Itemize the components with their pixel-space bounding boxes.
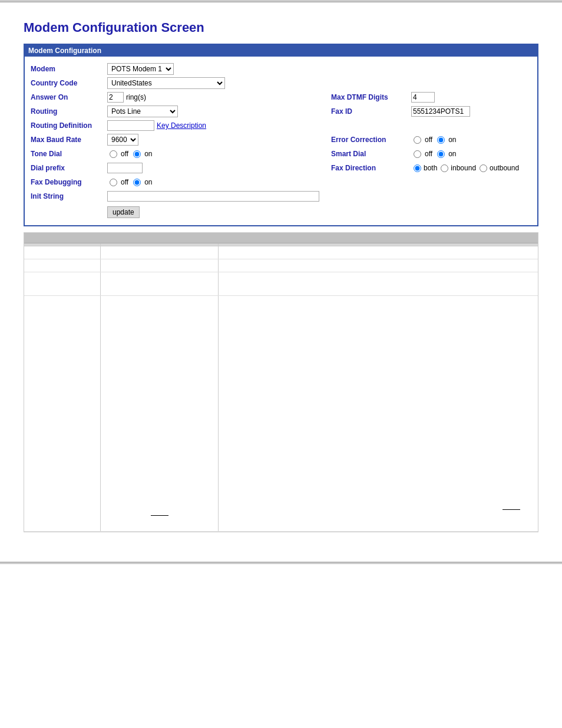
- baud-rate-row: Max Baud Rate 9600 Error Correction off …: [31, 133, 531, 146]
- fax-direction-label: Fax Direction: [331, 164, 408, 172]
- fax-debug-label: Fax Debugging: [31, 178, 107, 186]
- fax-direction-both-radio[interactable]: [414, 164, 421, 172]
- smart-dial-control: off on: [411, 150, 531, 158]
- row1-col-c: [219, 246, 538, 259]
- bottom-table-header: [24, 233, 538, 243]
- tone-dial-on-radio[interactable]: [133, 150, 141, 158]
- row4-col-b: [101, 296, 219, 531]
- key-description-link[interactable]: Key Description: [157, 121, 206, 130]
- modem-control: POTS Modem 1: [107, 63, 531, 75]
- max-dtmf-right: Max DTMF Digits: [331, 92, 531, 103]
- max-dtmf-input[interactable]: [411, 92, 435, 103]
- row3-col-a: [24, 272, 101, 295]
- routing-control: Pots Line: [107, 106, 331, 117]
- error-correction-right: Error Correction off on: [331, 136, 531, 144]
- modem-config-box: Modem Configuration Modem POTS Modem 1 C…: [24, 44, 538, 226]
- row2-col-c: [219, 259, 538, 272]
- fax-direction-inbound-radio[interactable]: [441, 164, 448, 172]
- fax-direction-outbound-radio[interactable]: [480, 164, 487, 172]
- smart-dial-off-label: off: [425, 150, 432, 158]
- country-code-label: Country Code: [31, 79, 107, 87]
- fax-debug-row: Fax Debugging off on: [31, 176, 531, 189]
- row2-col-a: [24, 259, 101, 272]
- dial-prefix-input[interactable]: [107, 163, 143, 173]
- init-string-row: Init String: [31, 190, 531, 203]
- fax-debug-off-label: off: [121, 178, 128, 186]
- fax-direction-inbound-label: inbound: [451, 164, 476, 172]
- error-correction-off-label: off: [425, 136, 432, 144]
- row1-col-a: [24, 246, 101, 259]
- update-button[interactable]: update: [107, 206, 140, 218]
- smart-dial-label: Smart Dial: [331, 150, 408, 158]
- error-correction-label: Error Correction: [331, 136, 408, 144]
- row4-col-a: [24, 296, 101, 531]
- answer-on-input[interactable]: [107, 92, 124, 103]
- col-c-header: [219, 243, 538, 246]
- table-row-tall: [24, 296, 538, 532]
- baud-rate-label: Max Baud Rate: [31, 136, 107, 144]
- bottom-line-c: [503, 509, 520, 510]
- modem-label: Modem: [31, 65, 107, 73]
- tone-dial-row: Tone Dial off on Smart Dial off on: [31, 147, 531, 160]
- modem-row: Modem POTS Modem 1: [31, 62, 531, 75]
- tone-dial-on-label: on: [144, 150, 152, 158]
- dial-prefix-label: Dial prefix: [31, 164, 107, 172]
- init-string-label: Init String: [31, 192, 107, 200]
- fax-debug-on-radio[interactable]: [133, 179, 141, 186]
- row3-col-c: [219, 272, 538, 295]
- init-string-input[interactable]: [107, 191, 319, 202]
- tone-dial-off-label: off: [121, 150, 128, 158]
- table-row: [24, 272, 538, 296]
- smart-dial-on-radio[interactable]: [437, 150, 445, 158]
- update-row: update: [31, 204, 531, 218]
- error-correction-on-label: on: [448, 136, 456, 144]
- tone-dial-label: Tone Dial: [31, 150, 107, 158]
- modem-select[interactable]: POTS Modem 1: [107, 63, 174, 75]
- bottom-border: [0, 562, 562, 564]
- table-row: [24, 246, 538, 259]
- answer-on-label: Answer On: [31, 93, 107, 101]
- error-correction-off-radio[interactable]: [414, 136, 421, 144]
- error-correction-on-radio[interactable]: [437, 136, 445, 144]
- init-string-control: [107, 191, 531, 202]
- error-correction-control: off on: [411, 136, 531, 144]
- answer-on-row: Answer On ring(s) Max DTMF Digits: [31, 91, 531, 104]
- col-b-header: [101, 243, 219, 246]
- country-code-select[interactable]: UnitedStates: [107, 77, 225, 89]
- fax-debug-on-label: on: [144, 178, 152, 186]
- routing-select[interactable]: Pots Line: [107, 106, 178, 117]
- row1-col-b: [101, 246, 219, 259]
- fax-direction-right: Fax Direction both inbound outbound: [331, 164, 531, 172]
- col-a-header: [24, 243, 101, 246]
- max-dtmf-label: Max DTMF Digits: [331, 93, 408, 101]
- fax-direction-control: both inbound outbound: [411, 164, 531, 172]
- row3-col-b: [101, 272, 219, 295]
- routing-label: Routing: [31, 107, 107, 116]
- smart-dial-off-radio[interactable]: [414, 150, 421, 158]
- fax-id-input[interactable]: [411, 106, 470, 117]
- bottom-table: [24, 232, 538, 532]
- fax-id-right: Fax ID: [331, 106, 531, 117]
- fax-id-control: [411, 106, 531, 117]
- page-content: Modem Configuration Screen Modem Configu…: [0, 2, 562, 550]
- routing-row: Routing Pots Line Fax ID: [31, 105, 531, 118]
- baud-rate-control: 9600: [107, 134, 331, 146]
- routing-def-input[interactable]: [107, 120, 154, 131]
- fax-direction-outbound-label: outbound: [490, 164, 519, 172]
- row2-col-b: [101, 259, 219, 272]
- answer-on-control: ring(s): [107, 92, 331, 103]
- fax-direction-both-label: both: [424, 164, 437, 172]
- routing-def-control: Key Description: [107, 120, 531, 131]
- modem-config-header: Modem Configuration: [25, 45, 537, 57]
- baud-rate-select[interactable]: 9600: [107, 134, 138, 146]
- routing-def-label: Routing Definition: [31, 121, 107, 130]
- row4-col-c: [219, 296, 538, 531]
- routing-def-row: Routing Definition Key Description: [31, 119, 531, 132]
- tone-dial-control: off on: [107, 150, 331, 158]
- tone-dial-off-radio[interactable]: [110, 150, 117, 158]
- fax-debug-off-radio[interactable]: [110, 179, 117, 186]
- country-code-control: UnitedStates: [107, 77, 531, 89]
- table-row: [24, 259, 538, 272]
- smart-dial-right: Smart Dial off on: [331, 150, 531, 158]
- page-title: Modem Configuration Screen: [24, 20, 538, 35]
